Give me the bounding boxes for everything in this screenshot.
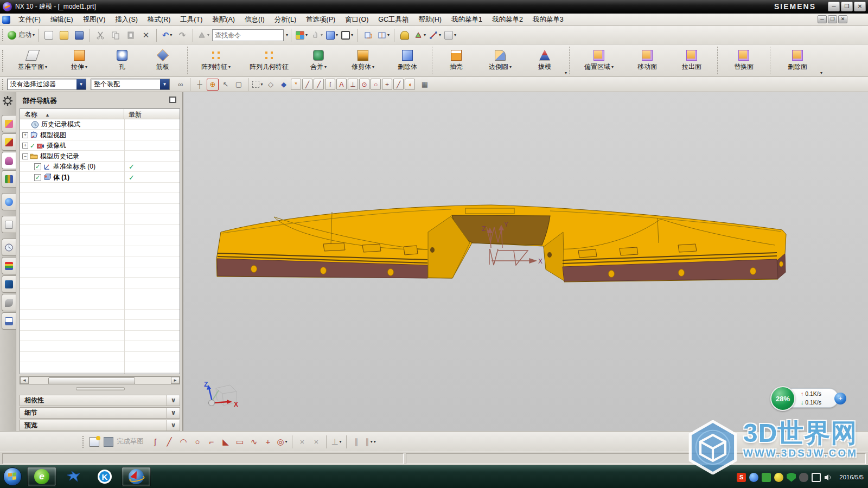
- menu-my-menu2[interactable]: 我的菜单2: [487, 14, 528, 26]
- history-palette-tab[interactable]: [2, 216, 16, 233]
- repeat-command-button[interactable]: ▾: [196, 28, 210, 42]
- cut-button[interactable]: [93, 28, 107, 42]
- checkbox-checked[interactable]: ✓: [34, 174, 41, 181]
- checkbox-checked[interactable]: ✓: [34, 163, 41, 170]
- rib-button[interactable]: 筋板: [142, 46, 184, 75]
- column-latest[interactable]: 最新: [124, 109, 180, 119]
- tray-network-icon[interactable]: [812, 473, 821, 482]
- ruler-button[interactable]: ▾: [443, 28, 457, 42]
- quick-trim-button[interactable]: ×: [296, 435, 309, 449]
- circle-button[interactable]: ○: [191, 435, 204, 449]
- hole-button[interactable]: 孔: [103, 46, 142, 75]
- tree-row-cameras[interactable]: + ✓ 摄像机: [20, 140, 180, 151]
- graphics-viewport[interactable]: Z Y X Z X: [183, 92, 868, 431]
- find-component-button[interactable]: ∞: [175, 79, 187, 91]
- tree-row-datum-csys[interactable]: ✓ 基准坐标系 (0) ✓: [20, 162, 180, 172]
- save-button[interactable]: [72, 28, 86, 42]
- group-more-button[interactable]: ▾: [820, 70, 822, 75]
- group-more-button[interactable]: ▾: [565, 70, 567, 75]
- taskbar-360-browser-button[interactable]: e: [27, 467, 56, 486]
- memory-percent-ball[interactable]: 28%: [770, 386, 795, 411]
- snap-quadrant-toggle[interactable]: ○: [371, 79, 381, 90]
- offset-region-button[interactable]: 偏置区域▾: [573, 46, 625, 75]
- split-window-button[interactable]: ▾: [376, 28, 391, 42]
- snap-arc-center-toggle[interactable]: ⊙: [359, 79, 369, 90]
- touch-mode-button[interactable]: ▾: [310, 28, 324, 42]
- new-file-button[interactable]: [42, 28, 56, 42]
- trim-body-button[interactable]: 修剪体▾: [340, 46, 386, 75]
- sort-asc-icon[interactable]: ▲: [45, 112, 50, 118]
- machining-wizard-tab[interactable]: [2, 294, 16, 311]
- minimize-button[interactable]: ─: [828, 2, 840, 11]
- toolbar-grip[interactable]: [2, 29, 5, 41]
- undo-button[interactable]: ↶▾: [160, 28, 174, 42]
- pull-face-button[interactable]: 拉出面: [669, 46, 714, 75]
- tree-row-model-views[interactable]: + 模型视图: [20, 130, 180, 140]
- studio-spline-button[interactable]: ∿: [247, 435, 260, 449]
- menu-tools[interactable]: 工具(T): [175, 14, 207, 26]
- rectangle-button[interactable]: ▭: [233, 435, 246, 449]
- net-monitor-widget[interactable]: ↑ 0.1K/s ↓ 0.1K/s 28% +: [770, 386, 852, 410]
- chevron-down-icon[interactable]: ∨: [167, 408, 180, 418]
- navigator-horizontal-scrollbar[interactable]: ◄ ►: [20, 376, 180, 384]
- shell-button[interactable]: 抽壳: [436, 46, 477, 75]
- menu-my-menu1[interactable]: 我的菜单1: [446, 14, 487, 26]
- quick-extend-button[interactable]: ×: [310, 435, 323, 449]
- extrude-button[interactable]: 拉伸▾: [56, 46, 103, 75]
- close-button[interactable]: ✕: [854, 2, 866, 11]
- menu-file[interactable]: 文件(F): [14, 14, 46, 26]
- open-file-button[interactable]: [57, 28, 71, 42]
- web-browser-tab[interactable]: [2, 193, 16, 210]
- menu-help[interactable]: 帮助(H): [414, 14, 446, 26]
- sketch-toolbar-grip[interactable]: [82, 436, 85, 448]
- accelerate-plus-button[interactable]: +: [834, 393, 846, 404]
- redo-button[interactable]: ↷: [175, 28, 189, 42]
- collapse-icon[interactable]: −: [22, 153, 28, 159]
- combo-arrow-icon[interactable]: ▼: [76, 79, 86, 89]
- delete-face-button[interactable]: 删除面: [774, 46, 821, 75]
- wireframe-cube-button[interactable]: ◇: [265, 79, 277, 91]
- visual-reports-tab[interactable]: [2, 257, 16, 274]
- tray-usb-icon[interactable]: [762, 473, 771, 482]
- sketch-button[interactable]: [88, 435, 101, 449]
- tray-volume-icon[interactable]: [824, 473, 832, 481]
- draft-button[interactable]: 拔模: [524, 46, 566, 75]
- snap-control-point-toggle[interactable]: ſ: [325, 79, 335, 90]
- arc-button[interactable]: ◠: [177, 435, 190, 449]
- taskbar-date[interactable]: 2016/5/5: [839, 474, 864, 480]
- taskbar-thunderbird-button[interactable]: [59, 467, 88, 486]
- snap-perpendicular-toggle[interactable]: ⊥: [348, 79, 358, 90]
- reuse-library-tab[interactable]: [2, 170, 16, 188]
- constraint-navigator-tab[interactable]: [2, 133, 16, 151]
- sketch-preferences-button[interactable]: [102, 435, 115, 449]
- snap-point-on-face-toggle[interactable]: ◖: [405, 79, 415, 90]
- tray-shield-icon[interactable]: [787, 473, 796, 482]
- column-name[interactable]: 名称▲: [20, 109, 124, 119]
- snap-existing-point-toggle[interactable]: +: [382, 79, 392, 90]
- offset-curve-button[interactable]: ◎▾: [276, 435, 289, 449]
- dependencies-panel-header[interactable]: 相依性 ∨: [20, 395, 180, 406]
- selection-filter-combo[interactable]: 没有选择过滤器 ▼: [7, 79, 86, 90]
- tree-row-body[interactable]: ✓ 体 (1) ✓: [20, 172, 180, 183]
- role-button[interactable]: [398, 28, 412, 42]
- taskbar-k-app-button[interactable]: K: [90, 467, 119, 486]
- snap-intersection-toggle[interactable]: A: [336, 79, 347, 90]
- paste-button[interactable]: [124, 28, 138, 42]
- app-menu-icon[interactable]: [2, 16, 10, 24]
- menu-assemblies[interactable]: 装配(A): [207, 14, 240, 26]
- table-button[interactable]: ▦: [419, 79, 431, 91]
- parallel-dimension-button[interactable]: ∥: [350, 435, 363, 449]
- select-arrow-button[interactable]: ┼: [194, 79, 206, 91]
- scrollbar-thumb[interactable]: [48, 377, 135, 384]
- view-style-button[interactable]: ▾: [340, 28, 354, 42]
- menu-gc-toolbox[interactable]: GC工具箱: [373, 14, 413, 26]
- restore-button[interactable]: ❐: [841, 2, 853, 11]
- doc-minimize-button[interactable]: ─: [818, 15, 827, 23]
- menu-format[interactable]: 格式(R): [143, 14, 175, 26]
- part-navigator-tab[interactable]: [2, 152, 16, 169]
- taskbar-nx-button[interactable]: [122, 467, 151, 486]
- measure-button[interactable]: ▾: [428, 28, 442, 42]
- panel-splitter-handle[interactable]: [76, 387, 125, 390]
- chamfer-button[interactable]: ◣: [219, 435, 232, 449]
- menu-preferences[interactable]: 首选项(P): [301, 14, 340, 26]
